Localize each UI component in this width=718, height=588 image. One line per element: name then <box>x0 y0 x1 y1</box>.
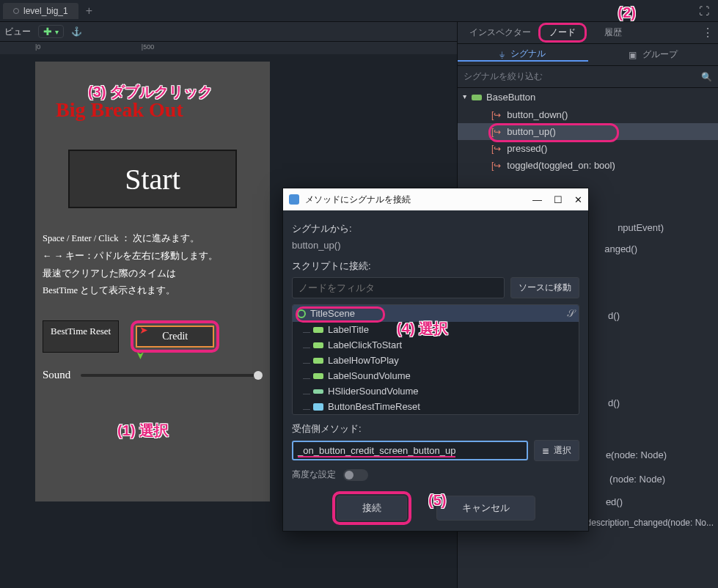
dialog-titlebar[interactable]: メソッドにシグナルを接続 — ☐ ✕ <box>283 188 588 210</box>
pick-method-button[interactable]: ≣選択 <box>534 440 579 461</box>
instructions-label: Space / Enter / Click ： 次に進みます。 ← → キー：パ… <box>35 230 270 300</box>
button-icon <box>313 403 323 411</box>
connect-to-label: スクリプトに接続: <box>292 260 579 273</box>
dock-tabs: インスペクター ノード 履歴 ⋮ <box>458 22 718 44</box>
expand-viewport-icon[interactable]: ⛶ <box>699 5 709 17</box>
go-to-source-button[interactable]: ソースに移動 <box>510 277 579 298</box>
close-icon[interactable]: ✕ <box>574 194 582 205</box>
subtab-groups-label: グループ <box>642 48 678 61</box>
from-signal-value: button_up() <box>292 240 579 251</box>
from-signal-label: シグナルから: <box>292 222 579 235</box>
tab-inspector[interactable]: インスペクター <box>462 23 538 42</box>
signal-rss-icon: ⏚ <box>499 49 505 59</box>
tree-node-titlescene[interactable]: TitleScene 𝒮 <box>293 305 579 322</box>
viewport-toolbar: ビュー ✚ ▾ ⚓ <box>0 22 457 41</box>
signal-filter-placeholder[interactable]: シグナルを絞り込む <box>464 70 543 83</box>
tree-node-labelhowtoplay[interactable]: LabelHowToPlay <box>293 353 579 368</box>
scene-tab-label: level_big_1 <box>23 6 68 16</box>
tree-node-labelsoundvolume[interactable]: LabelSoundVolume <box>293 368 579 383</box>
maximize-icon[interactable]: ☐ <box>554 194 563 205</box>
unsaved-dot-icon <box>13 8 19 14</box>
signal-pressed[interactable]: [↪ pressed() <box>458 140 718 157</box>
class-name-label: BaseButton <box>486 92 535 103</box>
signal-toggled[interactable]: [↪ toggled(toggled_on: bool) <box>458 157 718 174</box>
node-subtabs: ⏚ シグナル ▣ グループ <box>458 44 718 66</box>
receiver-method-value: _on_button_credit_screen_button_up <box>298 445 455 457</box>
advanced-label: 高度な設定 <box>292 468 336 481</box>
tree-node-labeltitle[interactable]: LabelTitle <box>293 322 579 337</box>
godot-icon <box>289 194 299 205</box>
signal-icon: [↪ <box>491 110 501 120</box>
game-scene-preview: Big Break Out Start Space / Enter / Clic… <box>35 62 270 501</box>
scene-tab-level[interactable]: level_big_1 <box>3 3 78 19</box>
subtab-groups[interactable]: ▣ グループ <box>588 48 719 61</box>
signal-icon: [↪ <box>491 161 501 171</box>
tab-history[interactable]: 履歴 <box>597 23 629 42</box>
tree-node-label: TitleScene <box>310 308 355 319</box>
start-button[interactable]: Start <box>68 150 237 208</box>
receiver-method-label: 受信側メソッド: <box>292 422 579 436</box>
label-icon <box>313 327 323 333</box>
tree-node-label: LabelClickToStart <box>328 339 402 350</box>
credit-button[interactable]: Credit <box>136 326 214 348</box>
view-menu[interactable]: ビュー <box>4 26 31 38</box>
receiver-method-input[interactable]: _on_button_credit_screen_button_up <box>292 441 528 460</box>
ruler-horizontal <box>0 41 457 54</box>
slider-icon <box>313 389 323 394</box>
besttime-reset-button[interactable]: BestTime Reset <box>43 320 119 353</box>
pick-label: 選択 <box>554 444 571 457</box>
tree-node-label: ButtonBestTimeReset <box>328 401 420 412</box>
signal-label: pressed() <box>507 143 547 154</box>
signal-label: toggled(toggled_on: bool) <box>507 160 615 171</box>
subtab-signals-label: シグナル <box>510 48 546 60</box>
add-node-dropdown[interactable]: ✚ ▾ <box>38 25 64 38</box>
anchor-icon[interactable]: ⚓ <box>71 26 82 37</box>
scene-tab-bar: level_big_1 + ⛶ <box>0 0 718 22</box>
signal-label: button_up() <box>507 126 556 137</box>
signal-label: button_down() <box>507 109 568 120</box>
dialog-title-label: メソッドにシグナルを接続 <box>305 194 411 206</box>
dock-more-icon[interactable]: ⋮ <box>702 26 714 40</box>
node-tree[interactable]: TitleScene 𝒮 LabelTitle LabelClickToStar… <box>292 304 579 415</box>
chevron-down-icon: ▸ <box>461 95 469 99</box>
script-icon[interactable]: 𝒮 <box>567 307 574 320</box>
class-icon <box>472 95 482 100</box>
advanced-toggle[interactable] <box>343 469 368 481</box>
signal-icon: [↪ <box>491 127 501 137</box>
subtab-signals[interactable]: ⏚ シグナル <box>458 48 588 62</box>
add-scene-tab-button[interactable]: + <box>86 4 92 18</box>
list-icon: ≣ <box>542 446 549 456</box>
signal-filter-row: シグナルを絞り込む 🔍 <box>458 66 718 88</box>
signal-class-basebutton[interactable]: ▸ BaseButton <box>458 88 718 106</box>
tree-node-label: LabelTitle <box>328 324 369 335</box>
node-filter-input[interactable] <box>292 277 505 298</box>
sound-label: Sound <box>43 369 70 381</box>
label-icon <box>313 358 323 364</box>
tree-node-labelclicktostart[interactable]: LabelClickToStart <box>293 337 579 353</box>
cancel-button[interactable]: キャンセル <box>436 496 535 521</box>
tree-node-buttonbesttimereset[interactable]: ButtonBestTimeReset <box>293 399 579 414</box>
tree-node-label: LabelHowToPlay <box>328 355 399 366</box>
tree-node-hslider[interactable]: HSliderSoundVolume <box>293 383 579 399</box>
control-node-icon <box>297 309 306 318</box>
signal-button-down[interactable]: [↪ button_down() <box>458 106 718 123</box>
tab-node[interactable]: ノード <box>538 23 587 43</box>
tree-node-label: LabelSoundVolume <box>328 370 411 381</box>
game-title-label: Big Break Out <box>35 62 270 129</box>
label-icon <box>313 373 323 379</box>
label-icon <box>313 342 323 348</box>
tree-node-label: HSliderSoundVolume <box>328 386 419 397</box>
connect-button[interactable]: 接続 <box>337 496 407 521</box>
group-icon: ▣ <box>629 50 637 60</box>
search-icon[interactable]: 🔍 <box>701 72 712 82</box>
signal-icon: [↪ <box>491 144 501 154</box>
signal-button-up[interactable]: [↪ button_up() <box>458 123 718 140</box>
sound-volume-slider[interactable] <box>81 374 263 377</box>
credit-button-selected: ➤ ➤ Credit <box>131 320 219 353</box>
connect-signal-dialog: メソッドにシグナルを接続 — ☐ ✕ シグナルから: button_up() ス… <box>282 188 589 532</box>
minimize-icon[interactable]: — <box>532 194 542 205</box>
